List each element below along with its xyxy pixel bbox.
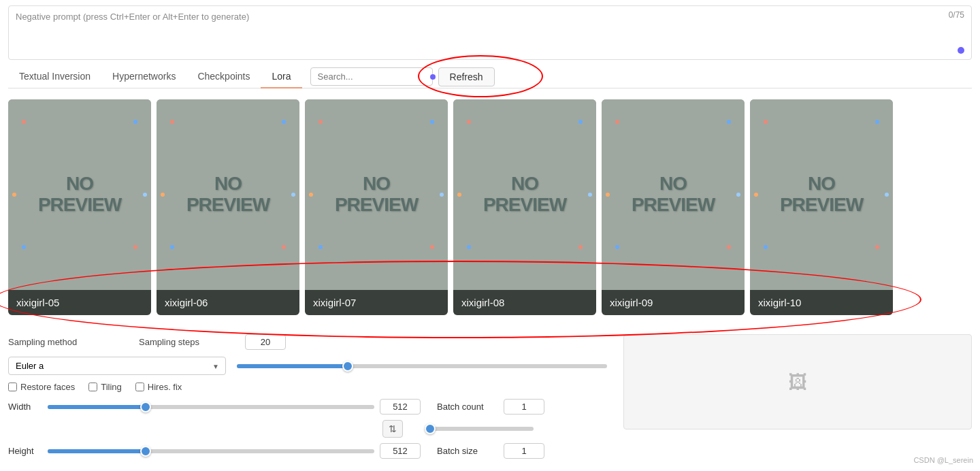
- sampling-method-select[interactable]: Euler a Euler DPM++ 2M: [8, 357, 226, 375]
- batch-count-slider-track[interactable]: [425, 427, 534, 431]
- dot-ml: [754, 193, 758, 197]
- dot-bl: [170, 245, 174, 249]
- height-label: Height: [8, 446, 42, 456]
- sampling-steps-value[interactable]: 20: [245, 334, 286, 350]
- search-input[interactable]: [310, 67, 433, 86]
- dot-tr: [282, 120, 286, 124]
- lora-card-preview-5: NOPREVIEW: [750, 99, 893, 290]
- csdn-watermark: CSDN @L_serein: [913, 456, 973, 464]
- dot-tl: [170, 120, 174, 124]
- negative-prompt-label: Negative prompt (press Ctrl+Enter or Alt…: [9, 6, 971, 25]
- width-label: Width: [8, 402, 42, 412]
- restore-faces-checkbox-label[interactable]: Restore faces: [8, 382, 75, 392]
- sampling-row: Sampling method Sampling steps 20: [8, 334, 607, 350]
- dot-mr: [736, 193, 740, 197]
- dot-tr: [578, 120, 583, 124]
- lora-card-0[interactable]: NOPREVIEW xixigirl-05: [8, 99, 151, 315]
- no-preview-text-2: NOPREVIEW: [335, 174, 418, 216]
- dot-bl: [318, 245, 323, 249]
- no-preview-text-0: NOPREVIEW: [38, 174, 121, 216]
- refresh-button[interactable]: Refresh: [438, 67, 495, 86]
- dot-tr: [727, 120, 731, 124]
- checkbox-row: Restore faces Tiling Hires. fix: [8, 382, 607, 392]
- dot-tl: [318, 120, 323, 124]
- lora-card-4[interactable]: NOPREVIEW xixigirl-09: [602, 99, 745, 315]
- left-controls: Sampling method Sampling steps 20 Euler …: [8, 334, 607, 464]
- tiling-checkbox[interactable]: [88, 383, 97, 391]
- lora-card-3[interactable]: NOPREVIEW xixigirl-08: [453, 99, 596, 315]
- lora-card-preview-2: NOPREVIEW: [305, 99, 448, 290]
- lora-card-label-0: xixigirl-05: [8, 290, 151, 315]
- lora-card-preview-0: NOPREVIEW: [8, 99, 151, 290]
- sampling-controls-row: Euler a Euler DPM++ 2M: [8, 357, 607, 375]
- refresh-annotation: Refresh: [438, 67, 495, 86]
- lora-card-label-4: xixigirl-09: [602, 290, 745, 315]
- search-dot: [430, 74, 436, 80]
- dot-br: [430, 245, 434, 249]
- tab-search-area: Refresh: [310, 67, 495, 86]
- width-row: Width 512 Batch count 1: [8, 399, 607, 415]
- dot-br: [727, 245, 731, 249]
- bottom-controls: Sampling method Sampling steps 20 Euler …: [0, 326, 980, 464]
- lora-card-1[interactable]: NOPREVIEW xixigirl-06: [157, 99, 299, 315]
- dot-ml: [457, 193, 461, 197]
- sampling-method-label: Sampling method: [8, 337, 90, 347]
- lora-card-2[interactable]: NOPREVIEW xixigirl-07: [305, 99, 448, 315]
- sampling-steps-slider-track[interactable]: [237, 364, 607, 368]
- height-value[interactable]: 512: [380, 443, 421, 459]
- tab-lora[interactable]: Lora: [261, 65, 301, 88]
- height-slider-fill: [48, 449, 146, 453]
- dot-tl: [467, 120, 471, 124]
- lora-card-label-3: xixigirl-08: [453, 290, 596, 315]
- batch-count-value[interactable]: 1: [504, 399, 544, 415]
- negative-prompt-counter: 0/75: [949, 10, 964, 20]
- dot-mr: [291, 193, 295, 197]
- dot-br: [282, 245, 286, 249]
- dot-ml: [606, 193, 610, 197]
- batch-count-label: Batch count: [437, 402, 498, 412]
- lora-card-5[interactable]: NOPREVIEW xixigirl-10: [750, 99, 893, 315]
- dot-tl: [615, 120, 619, 124]
- height-slider-thumb[interactable]: [140, 446, 151, 457]
- tab-checkpoints[interactable]: Checkpoints: [186, 65, 261, 88]
- lora-card-label-1: xixigirl-06: [157, 290, 299, 315]
- tab-hypernetworks[interactable]: Hypernetworks: [101, 65, 186, 88]
- dot-ml: [309, 193, 313, 197]
- negative-prompt-dot: [958, 47, 964, 54]
- width-slider-track[interactable]: [48, 405, 374, 409]
- dot-bl: [467, 245, 471, 249]
- dot-bl: [22, 245, 26, 249]
- tiling-checkbox-label[interactable]: Tiling: [88, 382, 122, 392]
- batch-count-slider-track-container: [425, 427, 534, 431]
- hires-fix-checkbox-label[interactable]: Hires. fix: [135, 382, 182, 392]
- swap-dimensions-button[interactable]: ⇅: [382, 420, 403, 438]
- dot-ml: [12, 193, 16, 197]
- lora-grid: NOPREVIEW xixigirl-05 NOPREVIEW xixigirl…: [0, 88, 980, 326]
- width-value[interactable]: 512: [380, 399, 421, 415]
- lora-card-label-5: xixigirl-10: [750, 290, 893, 315]
- sampling-steps-slider-thumb[interactable]: [342, 361, 353, 372]
- dot-mr: [588, 193, 592, 197]
- batch-size-value[interactable]: 1: [504, 443, 544, 459]
- batch-count-slider-thumb[interactable]: [425, 423, 436, 434]
- height-row: Height 512 Batch size 1: [8, 443, 607, 459]
- lora-card-preview-3: NOPREVIEW: [453, 99, 596, 290]
- no-preview-text-5: NOPREVIEW: [780, 174, 863, 216]
- image-placeholder-icon: 🖼: [788, 371, 807, 393]
- no-preview-text-1: NOPREVIEW: [186, 174, 270, 216]
- hires-fix-checkbox[interactable]: [135, 383, 144, 391]
- no-preview-text-4: NOPREVIEW: [632, 174, 715, 216]
- tab-textual-inversion[interactable]: Textual Inversion: [8, 65, 101, 88]
- width-slider-thumb[interactable]: [140, 402, 151, 412]
- height-slider-track[interactable]: [48, 449, 374, 453]
- sampling-steps-label: Sampling steps: [139, 337, 234, 347]
- dot-tr: [133, 120, 137, 124]
- dot-ml: [161, 193, 165, 197]
- restore-faces-checkbox[interactable]: [8, 383, 17, 391]
- dot-mr: [440, 193, 444, 197]
- batch-size-label: Batch size: [437, 446, 498, 456]
- lora-cards-annotation: NOPREVIEW xixigirl-05 NOPREVIEW xixigirl…: [0, 88, 980, 326]
- tabs-row: Textual Inversion Hypernetworks Checkpoi…: [8, 60, 972, 88]
- dot-br: [875, 245, 879, 249]
- tiling-label: Tiling: [101, 382, 122, 392]
